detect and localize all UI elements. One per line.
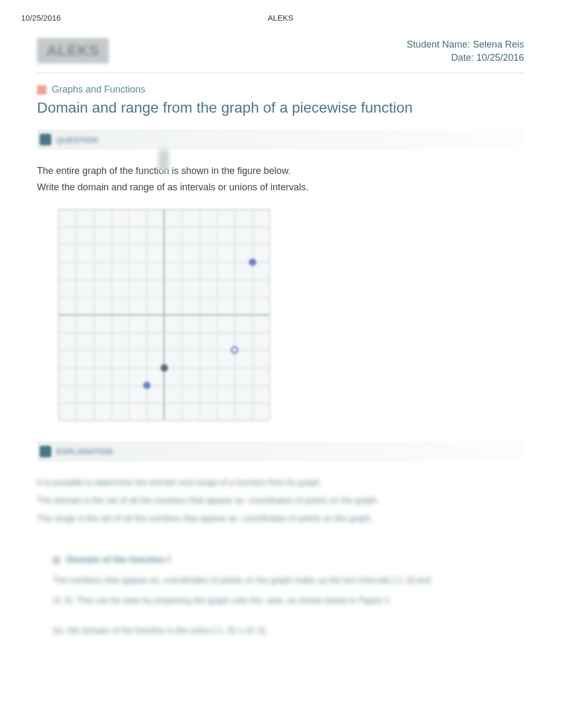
grid-line-vertical <box>111 209 112 420</box>
domain-line: So, the domain of the function is the un… <box>53 622 524 639</box>
grid-line-vertical <box>200 209 200 420</box>
explanation-intro: It is possible to determine the domain a… <box>37 475 524 527</box>
grid-line-horizontal <box>59 385 269 386</box>
grid-line-horizontal <box>59 227 269 227</box>
graph-point <box>161 364 168 372</box>
page-content: ALEKS Student Name: Selena Reis Date: 10… <box>0 27 561 639</box>
grid-line-horizontal <box>59 244 269 245</box>
explanation-section-label: EXPLANATION <box>57 447 113 456</box>
aleks-logo: ALEKS <box>37 38 109 63</box>
question-section-label: QUESTION <box>57 135 98 144</box>
sub-bullet-icon <box>53 557 60 564</box>
grid-line-horizontal <box>59 421 269 421</box>
axis-label-hint <box>158 150 169 171</box>
grid-line-horizontal <box>59 333 269 333</box>
grid-line-vertical <box>164 209 165 420</box>
worksheet-date: Date: 10/25/2016 <box>407 51 524 64</box>
grid-line-vertical <box>270 209 270 420</box>
explanation-line: It is possible to determine the domain a… <box>37 475 524 491</box>
grid-line-vertical <box>76 209 77 420</box>
question-section-header: QUESTION <box>37 130 524 150</box>
print-header: 10/25/2016 ALEKS <box>0 0 561 27</box>
explanation-section-header: EXPLANATION <box>37 441 524 462</box>
section-bullet-icon <box>40 446 51 457</box>
grid-line-horizontal <box>59 209 269 210</box>
section-bullet-icon <box>40 134 51 145</box>
category-label: Graphs and Functions <box>52 84 145 95</box>
graph-point <box>249 259 256 266</box>
header-app-title: ALEKS <box>268 13 293 22</box>
question-text: The entire graph of the function is show… <box>37 163 524 195</box>
grid-line-horizontal <box>59 315 269 316</box>
grid-line-vertical <box>129 209 129 420</box>
category-icon <box>37 85 46 95</box>
grid-line-vertical <box>94 209 95 420</box>
domain-line: (4, 5]. This can be seen by projecting t… <box>53 592 524 609</box>
grid-line-horizontal <box>59 297 269 298</box>
grid-line-vertical <box>217 209 218 420</box>
question-line-1: The entire graph of the function is show… <box>37 163 524 179</box>
domain-line: The numbers that appear as -coordinates … <box>53 572 524 589</box>
explanation-line: The range is the set of all the numbers … <box>37 511 524 527</box>
grid-line-vertical <box>182 209 182 420</box>
graph-point <box>231 346 238 354</box>
graph-point <box>143 382 151 389</box>
divider <box>37 72 524 73</box>
grid-line-vertical <box>253 209 253 420</box>
grid-line-vertical <box>59 209 59 420</box>
grid-line-horizontal <box>59 280 269 280</box>
grid-line-vertical <box>235 209 235 420</box>
explanation-line: The domain is the set of all the numbers… <box>37 493 524 509</box>
page-title: Domain and range from the graph of a pie… <box>37 99 524 116</box>
grid-line-horizontal <box>59 262 269 263</box>
graph-container <box>58 209 524 420</box>
function-graph <box>58 209 269 420</box>
domain-heading-row: Domain of the function f <box>53 551 524 569</box>
domain-heading: Domain of the function f <box>67 555 170 565</box>
student-name: Student Name: Selena Reis <box>407 38 524 51</box>
header-date: 10/25/2016 <box>21 13 61 22</box>
question-line-2: Write the domain and range of as interva… <box>37 179 524 196</box>
explanation-domain-section: Domain of the function f The numbers tha… <box>53 551 524 639</box>
student-info: Student Name: Selena Reis Date: 10/25/20… <box>407 38 524 64</box>
grid-line-horizontal <box>59 403 269 403</box>
category-row: Graphs and Functions <box>37 84 524 95</box>
top-section: ALEKS Student Name: Selena Reis Date: 10… <box>37 38 524 64</box>
